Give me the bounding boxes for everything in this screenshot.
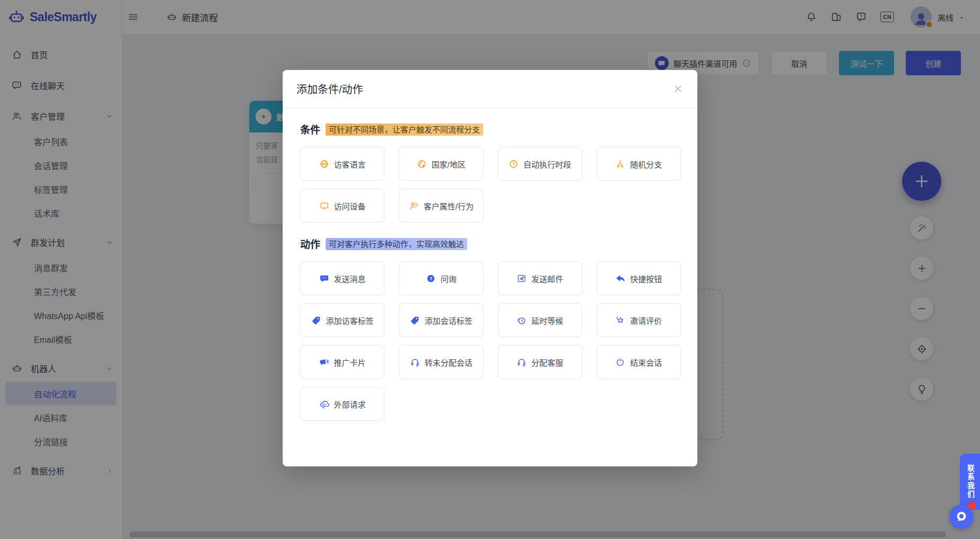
tile-label: 外部请求: [334, 399, 366, 410]
globe-land-icon: [417, 159, 427, 169]
tile-label: 访问设备: [334, 200, 366, 211]
modal-body: 条件可针对不同场景，让客户触发不同流程分支访客语言国家/地区自动执行时段随机分支…: [283, 108, 697, 421]
tile-visit-device[interactable]: 访问设备: [300, 189, 384, 223]
tile-label: 快捷按钮: [630, 273, 662, 284]
tile-promo-card[interactable]: 推广卡片: [300, 345, 384, 379]
tile-label: 发送消息: [334, 273, 366, 284]
tile-end-session[interactable]: 结束会话: [597, 345, 681, 379]
power-icon: [615, 357, 625, 367]
headset-icon: [517, 357, 527, 367]
section-heading-row: 动作可对客户执行多种动作，实现高效触达: [300, 236, 681, 251]
section-heading: 动作: [300, 239, 320, 250]
tile-add-session-tag[interactable]: 添加会话标签: [399, 303, 483, 337]
tile-customer-attribute-behavior[interactable]: 客户属性/行为: [399, 189, 483, 223]
tile-label: 自动执行时段: [523, 158, 571, 170]
msg-fill-icon: [319, 273, 329, 284]
modal-title: 添加条件/动作: [296, 81, 363, 96]
close-icon[interactable]: [672, 83, 684, 94]
tile-visitor-language[interactable]: 访客语言: [300, 147, 384, 181]
tile-random-branch[interactable]: 随机分支: [597, 147, 681, 181]
tile-label: 随机分支: [630, 158, 662, 170]
section-description: 可对客户执行多种动作，实现高效触达: [326, 238, 467, 250]
tile-label: 问询: [441, 273, 457, 284]
timer-icon: [517, 315, 527, 325]
modal-section-actions: 动作可对客户执行多种动作，实现高效触达发送消息?问询发送邮件快捷按钮添加访客标签…: [300, 236, 681, 421]
tile-transfer-unassigned-session[interactable]: 转未分配会话: [399, 345, 483, 379]
cloud-api-icon: API: [319, 399, 329, 409]
notification-dot: [968, 501, 976, 509]
section-heading: 条件: [300, 125, 320, 136]
clock-icon: [509, 159, 519, 169]
tag-fill-icon: [311, 315, 321, 325]
tile-label: 推广卡片: [334, 357, 366, 368]
mail-icon: [517, 273, 527, 284]
contact-widget: 联系我们: [948, 454, 980, 533]
tile-delay-wait[interactable]: 延时等候: [498, 303, 582, 337]
tile-label: 客户属性/行为: [424, 200, 474, 211]
tile-send-message[interactable]: 发送消息: [300, 261, 384, 295]
tile-label: 结束会话: [630, 357, 662, 368]
star-spark-icon: [615, 315, 625, 325]
branch-icon: [615, 159, 625, 169]
tile-country-region[interactable]: 国家/地区: [399, 147, 483, 181]
headset-icon: [410, 357, 420, 367]
megaphone-icon: [319, 357, 329, 367]
tile-label: 添加访客标签: [326, 315, 374, 326]
tile-add-visitor-tag[interactable]: 添加访客标签: [300, 303, 384, 337]
section-grid: 发送消息?问询发送邮件快捷按钮添加访客标签添加会话标签延时等候邀请评价推广卡片转…: [300, 261, 681, 421]
tile-label: 邀请评价: [630, 315, 662, 326]
tile-auto-exec-period[interactable]: 自动执行时段: [498, 147, 582, 181]
tile-label: 添加会话标签: [425, 315, 472, 326]
tile-label: 转未分配会话: [425, 357, 472, 368]
user-attr-icon: [409, 201, 419, 211]
svg-text:?: ?: [430, 276, 433, 281]
tile-external-request[interactable]: API外部请求: [300, 387, 384, 421]
tile-label: 延时等候: [531, 315, 563, 326]
section-grid: 访客语言国家/地区自动执行时段随机分支访问设备客户属性/行为: [300, 147, 681, 223]
tile-label: 国家/地区: [432, 158, 466, 170]
tile-invite-review[interactable]: 邀请评价: [597, 303, 681, 337]
section-heading-row: 条件可针对不同场景，让客户触发不同流程分支: [300, 122, 681, 136]
add-condition-action-modal: 添加条件/动作 条件可针对不同场景，让客户触发不同流程分支访客语言国家/地区自动…: [283, 70, 697, 466]
tile-send-email[interactable]: 发送邮件: [498, 261, 582, 295]
monitor-icon: [319, 201, 329, 211]
tile-label: 分配客服: [531, 357, 563, 368]
globe-grid-icon: [319, 159, 329, 169]
section-description: 可针对不同场景，让客户触发不同流程分支: [326, 123, 483, 136]
q-fill-icon: ?: [426, 273, 436, 284]
modal-section-conditions: 条件可针对不同场景，让客户触发不同流程分支访客语言国家/地区自动执行时段随机分支…: [300, 122, 681, 223]
modal-header: 添加条件/动作: [283, 70, 697, 108]
tile-assign-agent[interactable]: 分配客服: [498, 345, 582, 379]
app-root: SaleSmartly 首页在线聊天客户管理客户列表会话管理标签管理话术库群发计…: [0, 0, 980, 539]
contact-label: 联系我们: [965, 464, 975, 499]
tile-inquiry[interactable]: ?问询: [399, 261, 483, 295]
tile-quick-button[interactable]: 快捷按钮: [597, 261, 681, 295]
reply-fill-icon: [615, 273, 625, 284]
tag-fill-icon: [410, 315, 420, 325]
tile-label: 发送邮件: [531, 273, 563, 284]
svg-text:API: API: [322, 403, 326, 405]
tile-label: 访客语言: [334, 158, 366, 170]
